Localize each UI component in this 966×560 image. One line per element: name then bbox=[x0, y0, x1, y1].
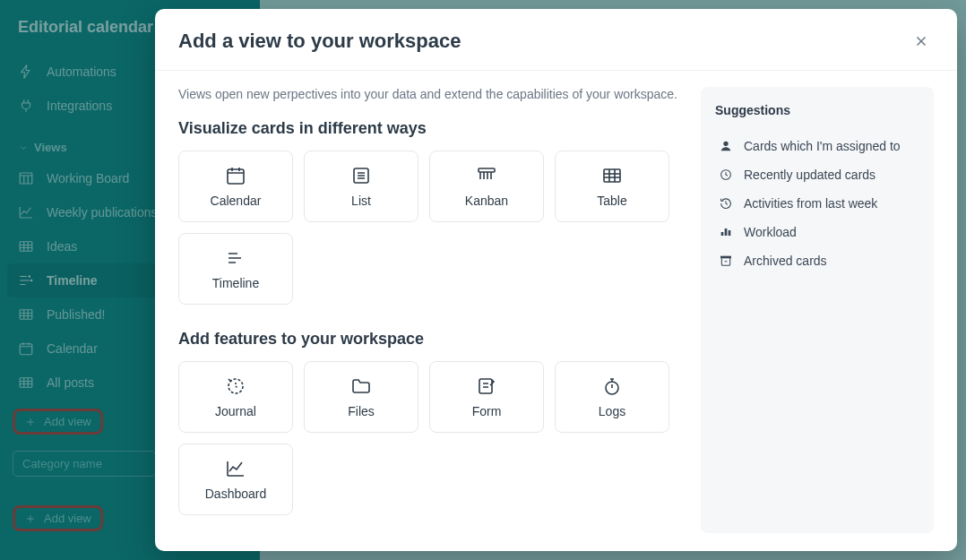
tile-label: Table bbox=[597, 194, 626, 208]
user-icon bbox=[719, 139, 733, 153]
svg-rect-16 bbox=[720, 256, 731, 259]
suggestion-label: Archived cards bbox=[744, 254, 827, 268]
suggestion-recently-updated[interactable]: Recently updated cards bbox=[715, 160, 919, 189]
calendar-icon bbox=[225, 165, 246, 186]
add-view-modal: Add a view to your workspace Views open … bbox=[155, 9, 957, 551]
suggestion-archived-cards[interactable]: Archived cards bbox=[715, 246, 919, 275]
tile-dashboard[interactable]: Dashboard bbox=[178, 444, 293, 515]
tile-list[interactable]: List bbox=[304, 151, 418, 222]
tile-label: Calendar bbox=[211, 194, 262, 208]
svg-rect-7 bbox=[228, 169, 244, 184]
suggestion-label: Cards which I'm assigned to bbox=[744, 139, 901, 153]
close-button[interactable] bbox=[909, 29, 934, 54]
svg-rect-9 bbox=[479, 168, 495, 172]
suggestion-label: Recently updated cards bbox=[744, 168, 875, 182]
timeline-icon bbox=[225, 247, 246, 269]
modal-description: Views open new perpectives into your dat… bbox=[178, 87, 681, 101]
tile-calendar[interactable]: Calendar bbox=[178, 151, 293, 222]
table-icon bbox=[601, 165, 623, 186]
archive-icon bbox=[719, 254, 733, 268]
dashboard-icon bbox=[225, 458, 246, 479]
section-visualize-title: Visualize cards in different ways bbox=[178, 119, 681, 138]
suggestion-label: Workload bbox=[744, 225, 797, 239]
stopwatch-icon bbox=[601, 375, 623, 397]
tile-label: Files bbox=[348, 404, 375, 418]
tile-table[interactable]: Table bbox=[555, 151, 669, 222]
suggestions-panel: Suggestions Cards which I'm assigned to … bbox=[701, 87, 934, 533]
tile-label: List bbox=[351, 194, 371, 208]
tile-label: Journal bbox=[215, 404, 256, 418]
tile-form[interactable]: Form bbox=[429, 361, 544, 433]
modal-body: Views open new perpectives into your dat… bbox=[155, 71, 957, 551]
history-icon bbox=[719, 196, 733, 211]
clock-icon bbox=[719, 168, 733, 182]
suggestion-assigned-cards[interactable]: Cards which I'm assigned to bbox=[715, 132, 919, 160]
visualize-tiles: Calendar List Kanban Table Timeline bbox=[178, 151, 681, 305]
folder-icon bbox=[350, 375, 372, 397]
svg-rect-12 bbox=[479, 379, 492, 393]
tile-label: Kanban bbox=[465, 194, 508, 208]
tile-files[interactable]: Files bbox=[304, 361, 418, 433]
modal-header: Add a view to your workspace bbox=[155, 9, 957, 71]
svg-point-14 bbox=[723, 142, 728, 146]
svg-rect-10 bbox=[604, 169, 620, 182]
tile-label: Logs bbox=[599, 404, 625, 418]
list-icon bbox=[350, 165, 372, 186]
kanban-icon bbox=[476, 165, 497, 186]
close-icon bbox=[913, 33, 929, 49]
journal-icon bbox=[225, 375, 246, 397]
form-icon bbox=[476, 375, 497, 397]
tile-label: Timeline bbox=[212, 276, 259, 290]
tile-logs[interactable]: Logs bbox=[555, 361, 669, 433]
suggestions-title: Suggestions bbox=[715, 103, 919, 117]
tile-timeline[interactable]: Timeline bbox=[178, 233, 293, 305]
tile-kanban[interactable]: Kanban bbox=[429, 151, 544, 222]
modal-main-column: Views open new perpectives into your dat… bbox=[178, 87, 681, 533]
tile-journal[interactable]: Journal bbox=[178, 361, 293, 433]
tile-label: Dashboard bbox=[205, 487, 267, 501]
tile-label: Form bbox=[472, 404, 502, 418]
section-features-title: Add features to your workspace bbox=[178, 330, 681, 349]
modal-title: Add a view to your workspace bbox=[178, 30, 461, 53]
feature-tiles: Journal Files Form Logs Dashboard bbox=[178, 361, 681, 515]
suggestion-workload[interactable]: Workload bbox=[715, 218, 919, 246]
suggestion-activities-last-week[interactable]: Activities from last week bbox=[715, 189, 919, 218]
suggestion-label: Activities from last week bbox=[744, 196, 877, 211]
workload-icon bbox=[719, 225, 733, 239]
